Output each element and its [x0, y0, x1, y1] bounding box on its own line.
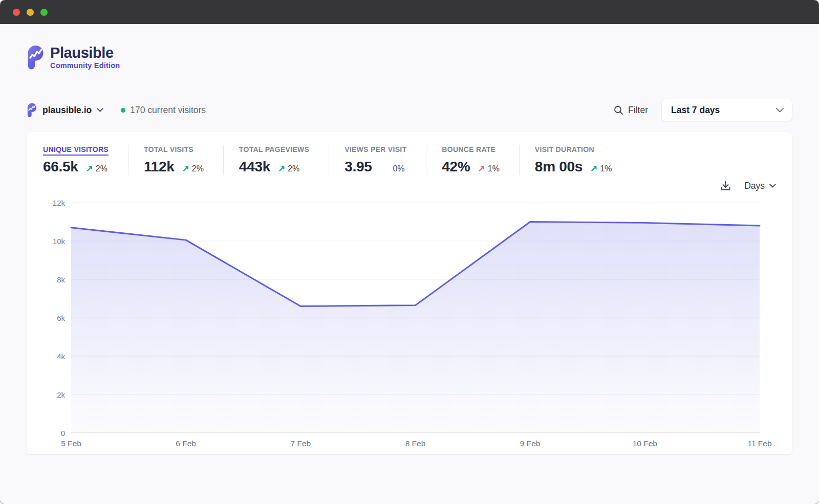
metric-label: TOTAL PAGEVIEWS — [239, 145, 309, 154]
x-axis-tick-label: 9 Feb — [520, 439, 541, 448]
date-range-select[interactable]: Last 7 days — [661, 99, 792, 121]
metrics-row: UNIQUE VISITORS66.5k↗2%TOTAL VISITS112k↗… — [43, 145, 776, 175]
brand: Plausible Community Edition — [27, 45, 792, 70]
y-axis-tick-label: 6k — [57, 314, 65, 322]
metric-change-percent: 2% — [96, 164, 107, 173]
x-axis-tick-label: 7 Feb — [291, 439, 311, 448]
x-axis-tick-label: 10 Feb — [633, 439, 657, 448]
chevron-down-icon — [776, 108, 784, 113]
metric-change-percent: 2% — [192, 164, 204, 173]
app-window: Plausible Community Edition plausible.io… — [0, 0, 819, 504]
plausible-logo-icon — [27, 45, 45, 70]
metric-visit-duration[interactable]: VISIT DURATION8m 00s↗1% — [535, 145, 632, 175]
y-axis-tick-label: 4k — [57, 352, 65, 361]
dashboard: Plausible Community Edition plausible.io… — [0, 24, 819, 504]
brand-name: Plausible — [50, 45, 120, 60]
metric-total-visits[interactable]: TOTAL VISITS112k↗2% — [144, 145, 224, 175]
filter-label: Filter — [628, 105, 648, 116]
x-axis-tick-label: 8 Feb — [405, 439, 426, 448]
y-axis-tick-label: 12k — [53, 199, 66, 207]
interval-picker[interactable]: Days — [744, 181, 776, 191]
x-axis-tick-label: 5 Feb — [61, 439, 81, 448]
chart-controls: Days — [43, 176, 776, 195]
chevron-down-icon — [769, 184, 776, 188]
metric-label: TOTAL VISITS — [144, 145, 204, 154]
y-axis-tick-label: 2k — [57, 390, 65, 399]
x-axis-tick-label: 6 Feb — [176, 439, 196, 448]
chart-area-fill — [71, 222, 760, 433]
metric-value: 66.5k — [43, 159, 78, 175]
trend-arrow-icon: ↗ — [278, 163, 285, 174]
y-axis-tick-label: 10k — [53, 237, 66, 246]
metric-change-percent: 1% — [488, 164, 500, 173]
titlebar — [0, 0, 819, 24]
metric-label: VIEWS PER VISIT — [344, 145, 406, 154]
site-domain: plausible.io — [42, 105, 92, 116]
zoom-button[interactable] — [40, 9, 48, 16]
metric-views-per-visit[interactable]: VIEWS PER VISIT3.950% — [344, 145, 426, 175]
metric-value: 112k — [144, 159, 175, 175]
metric-total-pageviews[interactable]: TOTAL PAGEVIEWS443k↗2% — [239, 145, 329, 175]
export-button[interactable] — [720, 181, 731, 191]
metric-value: 8m 00s — [535, 159, 583, 175]
filter-button[interactable]: Filter — [614, 105, 648, 116]
trend-arrow-icon: ↗ — [182, 163, 189, 174]
close-button[interactable] — [13, 9, 20, 16]
metric-label: VISIT DURATION — [535, 145, 612, 154]
metric-value: 3.95 — [344, 159, 372, 175]
metric-change-percent: 1% — [600, 164, 612, 173]
search-icon — [614, 105, 623, 115]
interval-label: Days — [744, 181, 765, 191]
metric-value: 443k — [239, 159, 270, 175]
chevron-down-icon — [97, 108, 103, 112]
metric-value: 42% — [442, 159, 470, 175]
trend-arrow-icon: ↗ — [590, 163, 597, 174]
current-visitors-label: 170 current visitors — [130, 105, 206, 116]
current-visitors[interactable]: 170 current visitors — [121, 105, 206, 116]
live-dot-icon — [121, 108, 125, 113]
visitors-chart[interactable]: 02k4k6k8k10k12k5 Feb6 Feb7 Feb8 Feb9 Feb… — [43, 196, 776, 452]
trend-arrow-icon: ↗ — [478, 163, 485, 174]
metric-change: 0% — [393, 164, 404, 173]
metric-change: ↗2% — [86, 163, 107, 174]
metric-change: ↗2% — [182, 163, 203, 174]
stats-card: UNIQUE VISITORS66.5k↗2%TOTAL VISITS112k↗… — [27, 132, 792, 454]
site-favicon-icon — [27, 103, 37, 117]
site-picker[interactable]: plausible.io — [27, 103, 103, 117]
brand-subtitle: Community Edition — [50, 61, 120, 70]
metric-change: ↗2% — [278, 163, 299, 174]
metric-bounce-rate[interactable]: BOUNCE RATE42%↗1% — [442, 145, 520, 175]
metric-unique-visitors[interactable]: UNIQUE VISITORS66.5k↗2% — [43, 145, 128, 175]
metric-label: BOUNCE RATE — [442, 145, 500, 154]
metric-change-percent: 0% — [393, 164, 404, 173]
trend-arrow-icon: ↗ — [86, 163, 93, 174]
metric-change: ↗1% — [590, 163, 612, 174]
date-range-value: Last 7 days — [671, 105, 720, 116]
minimize-button[interactable] — [27, 9, 34, 16]
metric-change-percent: 2% — [288, 164, 299, 173]
chart-area: 02k4k6k8k10k12k5 Feb6 Feb7 Feb8 Feb9 Feb… — [43, 196, 776, 452]
site-row: plausible.io 170 current visitors Filter — [27, 99, 792, 121]
metric-change: ↗1% — [478, 163, 499, 174]
y-axis-tick-label: 0 — [61, 429, 65, 437]
x-axis-tick-label: 11 Feb — [747, 439, 771, 448]
download-icon — [720, 181, 731, 191]
y-axis-tick-label: 8k — [57, 275, 65, 284]
metric-label: UNIQUE VISITORS — [43, 145, 109, 154]
